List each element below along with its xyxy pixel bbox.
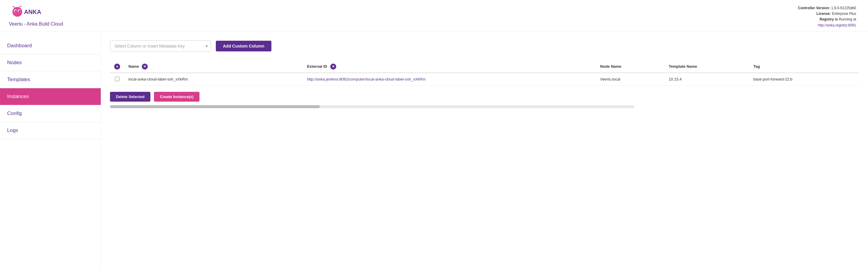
license-line: License: Enterprise Plus <box>798 11 856 16</box>
row-name-cell: local-anka-cloud-label-ssh_xXkRm <box>124 73 303 86</box>
col-header-template-name: Template Name <box>665 61 749 73</box>
col-header-external-id: External ID ✕ <box>303 61 596 73</box>
registry-url-line: http://anka.registry:8091 <box>798 23 856 28</box>
svg-text:ANKA: ANKA <box>24 9 41 15</box>
version-label: Controller Version: <box>798 6 830 10</box>
sidebar: Dashboard Nodes Templates Instances Conf… <box>0 32 101 271</box>
remove-external-id-col-icon[interactable]: ✕ <box>330 64 336 70</box>
row-template-name-cell: 10.15.4 <box>665 73 749 86</box>
toolbar-row: Select Column or Insert Metadata Key ▾ A… <box>110 40 859 52</box>
col-tag-label: Tag <box>753 64 760 69</box>
license-value: Enterprise Plus <box>832 11 856 16</box>
col-header-tag: Tag <box>749 61 859 73</box>
table-row: local-anka-cloud-label-ssh_xXkRm http://… <box>110 73 859 86</box>
logo: ANKA <box>9 5 44 20</box>
col-name-label: Name <box>128 64 139 69</box>
col-header-checkbox: + <box>110 61 124 73</box>
add-custom-column-button[interactable]: Add Custom Column <box>216 41 271 52</box>
row-tag-value: base:port-forward-22:b <box>753 77 793 81</box>
horizontal-scrollbar[interactable] <box>110 105 634 108</box>
version-info: Controller Version: 1.8.0-91225db0 Licen… <box>798 5 856 28</box>
col-external-id-label: External ID <box>307 64 327 69</box>
sidebar-item-instances[interactable]: Instances <box>0 88 101 105</box>
registry-status: Running at <box>839 17 856 22</box>
svg-point-4 <box>19 10 20 11</box>
col-header-name: Name ✕ <box>124 61 303 73</box>
column-select[interactable]: Select Column or Insert Metadata Key <box>110 40 211 52</box>
table-header-row: + Name ✕ External ID ✕ <box>110 61 859 73</box>
app-layout: Dashboard Nodes Templates Instances Conf… <box>0 32 868 271</box>
sidebar-item-dashboard[interactable]: Dashboard <box>0 37 101 55</box>
table-container: + Name ✕ External ID ✕ <box>110 61 859 86</box>
col-node-name-label: Node Name <box>600 64 622 69</box>
license-label: License: <box>816 11 831 16</box>
logo-svg: ANKA <box>9 5 44 20</box>
add-column-icon[interactable]: + <box>114 64 120 70</box>
sidebar-item-logs[interactable]: Logs <box>0 122 101 139</box>
logo-area: ANKA Veertu - Anka Build Cloud <box>9 5 63 27</box>
main-content: Select Column or Insert Metadata Key ▾ A… <box>101 32 868 271</box>
row-node-name-value: Veertu.local <box>600 77 620 81</box>
row-external-id-link[interactable]: http://anka.jenkins:8092/computer/local-… <box>307 77 426 81</box>
scrollbar-thumb[interactable] <box>110 105 320 108</box>
controller-version-line: Controller Version: 1.8.0-91225db0 <box>798 5 856 11</box>
registry-line: Registry is Running at <box>798 16 856 22</box>
table-header: + Name ✕ External ID ✕ <box>110 61 859 73</box>
brand-title: Veertu - Anka Build Cloud <box>9 22 63 27</box>
action-row: Delete Selected Create Instance(s) <box>110 92 859 102</box>
sidebar-item-nodes[interactable]: Nodes <box>0 55 101 71</box>
table-body: local-anka-cloud-label-ssh_xXkRm http://… <box>110 73 859 86</box>
svg-point-3 <box>15 10 17 11</box>
sidebar-item-config[interactable]: Config <box>0 105 101 122</box>
col-template-name-label: Template Name <box>669 64 697 69</box>
registry-label: Registry is <box>819 17 838 22</box>
row-external-id-cell: http://anka.jenkins:8092/computer/local-… <box>303 73 596 86</box>
remove-name-col-icon[interactable]: ✕ <box>142 64 148 70</box>
version-value: 1.8.0-91225db0 <box>831 6 856 10</box>
create-instances-button[interactable]: Create Instance(s) <box>154 92 199 102</box>
sidebar-item-templates[interactable]: Templates <box>0 71 101 88</box>
row-node-name-cell: Veertu.local <box>596 73 665 86</box>
row-tag-cell: base:port-forward-22:b <box>749 73 859 86</box>
instances-table: + Name ✕ External ID ✕ <box>110 61 859 86</box>
row-name-value: local-anka-cloud-label-ssh_xXkRm <box>128 77 188 81</box>
column-select-wrapper: Select Column or Insert Metadata Key ▾ <box>110 40 211 52</box>
app-header: ANKA Veertu - Anka Build Cloud Controlle… <box>0 0 868 32</box>
registry-url-link[interactable]: http://anka.registry:8091 <box>818 23 856 27</box>
row-checkbox-cell <box>110 73 124 86</box>
row-checkbox[interactable] <box>115 77 120 81</box>
delete-selected-button[interactable]: Delete Selected <box>110 92 150 102</box>
col-header-node-name: Node Name <box>596 61 665 73</box>
row-template-name-value: 10.15.4 <box>669 77 682 81</box>
svg-point-0 <box>12 7 22 16</box>
